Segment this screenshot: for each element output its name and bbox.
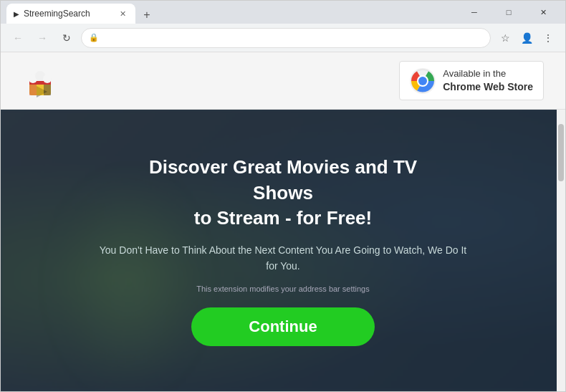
scrollbar[interactable] [557, 110, 565, 391]
tab-title: StreemingSearch [24, 9, 112, 19]
title-bar: ▶ StreemingSearch ✕ + ─ □ ✕ [1, 1, 565, 24]
scrollbar-thumb[interactable] [558, 124, 564, 181]
bookmark-button[interactable]: ☆ [495, 28, 515, 48]
reload-button[interactable]: ↻ [57, 28, 77, 48]
chrome-store-icon [410, 68, 436, 94]
site-logo [22, 63, 58, 99]
svg-point-12 [418, 77, 427, 85]
page-content: Available in the Chrome Web Store Discov… [1, 52, 565, 391]
active-tab[interactable]: ▶ StreemingSearch ✕ [6, 4, 135, 24]
logo-icon [22, 63, 58, 99]
site-header: Available in the Chrome Web Store [1, 52, 565, 110]
nav-bar: ← → ↻ 🔒 ☆ 👤 ⋮ [1, 24, 565, 52]
hero-disclaimer: This extension modifies your address bar… [97, 285, 469, 293]
new-tab-button[interactable]: + [138, 6, 155, 24]
continue-button[interactable]: Continue [191, 307, 374, 346]
close-button[interactable]: ✕ [527, 1, 560, 24]
chrome-store-badge[interactable]: Available in the Chrome Web Store [399, 61, 544, 101]
hero-content: Discover Great Movies and TV Shows to St… [97, 155, 469, 345]
menu-button[interactable]: ⋮ [538, 28, 558, 48]
back-button[interactable]: ← [8, 28, 28, 48]
maximize-button[interactable]: □ [492, 1, 525, 24]
tab-close-button[interactable]: ✕ [117, 8, 128, 19]
browser-window: ▶ StreemingSearch ✕ + ─ □ ✕ ← → ↻ 🔒 ☆ 👤 … [0, 0, 566, 392]
window-controls: ─ □ ✕ [458, 1, 560, 24]
tab-favicon: ▶ [14, 10, 19, 18]
account-button[interactable]: 👤 [517, 28, 537, 48]
chrome-store-badge-text: Available in the Chrome Web Store [443, 67, 533, 95]
address-bar[interactable]: 🔒 [81, 28, 491, 48]
hero-title: Discover Great Movies and TV Shows to St… [97, 155, 469, 230]
tab-strip: ▶ StreemingSearch ✕ + [6, 1, 155, 24]
svg-rect-7 [37, 85, 44, 95]
svg-rect-6 [29, 85, 37, 95]
hero-subtitle: You Don't Have to Think About the Next C… [97, 242, 469, 274]
hero-section: Discover Great Movies and TV Shows to St… [1, 110, 565, 391]
lock-icon: 🔒 [89, 33, 99, 42]
nav-right-controls: ☆ 👤 ⋮ [495, 28, 558, 48]
forward-button[interactable]: → [32, 28, 52, 48]
minimize-button[interactable]: ─ [458, 1, 491, 24]
svg-rect-8 [44, 85, 51, 95]
svg-point-4 [43, 75, 52, 83]
